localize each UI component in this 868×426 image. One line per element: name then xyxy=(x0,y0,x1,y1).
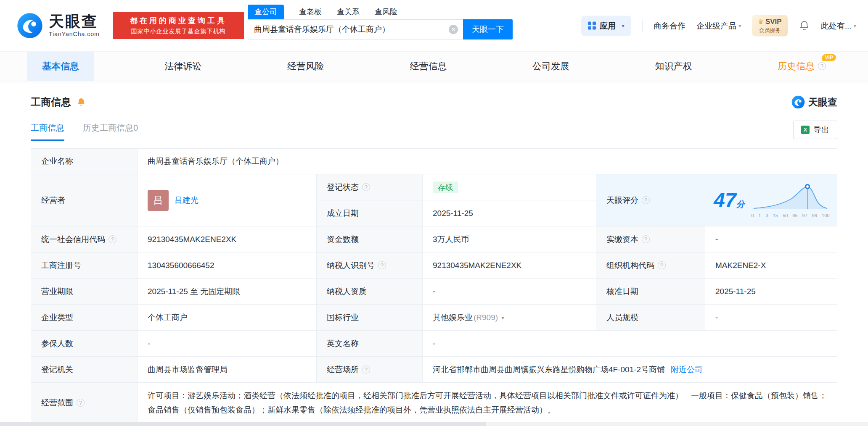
tianyancha-logo-icon xyxy=(17,13,43,39)
tab-operating-info[interactable]: 经营信息 xyxy=(395,52,462,81)
help-icon[interactable]: ? xyxy=(818,62,826,70)
user-more-menu[interactable]: 此处有... ▾ xyxy=(821,20,856,31)
search-tab-boss[interactable]: 查老板 xyxy=(299,7,322,19)
premises-value: 河北省邯郸市曲周县曲周镇振兴东路星悦购物广场4F-001-2号商铺 附近公司 xyxy=(423,357,837,382)
header-right-nav: 应用 ▾ 商务合作 企业级产品 ▾ ♛ SVIP 会员服务 此处有... ▾ xyxy=(581,15,856,37)
score-unit: 分 xyxy=(736,200,744,209)
table-row: 企业类型 个体工商户 国标行业 其他娱乐业(R909) ▾ 人员规模 - xyxy=(31,305,837,331)
search-tab-relation[interactable]: 查关系 xyxy=(337,7,360,19)
help-icon[interactable]: ? xyxy=(77,399,85,407)
help-icon[interactable]: ? xyxy=(642,235,650,243)
svip-member-badge[interactable]: ♛ SVIP 会员服务 xyxy=(752,15,787,37)
english-name-label: 英文名称 xyxy=(317,331,423,356)
business-cooperation-link[interactable]: 商务合作 xyxy=(654,20,685,31)
table-row: 参保人数 - 英文名称 - xyxy=(31,331,837,357)
registration-status-label: 登记状态? xyxy=(317,174,423,200)
section-title: 工商信息 xyxy=(31,95,71,109)
score-chart: 0131550859799100 xyxy=(751,183,829,218)
subtab-business-info[interactable]: 工商信息 xyxy=(31,122,64,141)
taxpayer-id-value: 92130435MAK2ENE2XK xyxy=(423,252,596,278)
brand-name: 天眼查 xyxy=(49,14,100,29)
table-row: 登记机关 曲周县市场监督管理局 经营场所? 河北省邯郸市曲周县曲周镇振兴东路星悦… xyxy=(31,357,837,383)
search-area: 查公司 查老板 查关系 查风险 ✕ 天眼一下 xyxy=(248,6,513,39)
capital-value: 3万人民币 xyxy=(423,226,596,252)
excel-icon: X xyxy=(801,126,810,134)
subtab-history-business-info[interactable]: 历史工商信息0 xyxy=(83,122,138,141)
tab-basic-info[interactable]: 基本信息 xyxy=(27,52,94,81)
table-row: 统一社会信用代码? 92130435MAK2ENE2XK 资金数额 3万人民币 … xyxy=(31,226,837,252)
english-name-value: - xyxy=(423,331,837,356)
tianyancha-logo[interactable]: 天眼查 TianYanCha.com xyxy=(17,13,100,39)
establish-date-label: 成立日期 xyxy=(317,200,423,226)
staff-size-value: - xyxy=(705,305,837,330)
export-button[interactable]: X 导出 xyxy=(793,121,837,139)
industry-label: 国标行业 xyxy=(317,305,423,330)
apps-grid-icon xyxy=(588,22,596,30)
taxpayer-id-label: 纳税人识别号? xyxy=(317,252,423,278)
company-type-value: 个体工商户 xyxy=(138,305,317,330)
apps-label: 应用 xyxy=(600,20,616,31)
crown-icon: ♛ xyxy=(758,18,763,26)
reg-number-label: 工商注册号 xyxy=(31,252,138,278)
company-section-tabs: 基本信息 法律诉讼 经营风险 经营信息 公司发展 知识产权 VIP 历史信息 ? xyxy=(0,51,868,81)
scrollbar-thumb[interactable] xyxy=(0,422,486,426)
search-button[interactable]: 天眼一下 xyxy=(463,19,513,39)
help-icon[interactable]: ? xyxy=(362,366,370,373)
notification-bell-icon[interactable] xyxy=(799,20,810,32)
company-type-label: 企业类型 xyxy=(31,305,138,330)
table-row: 经营范围? 许可项目：游艺娱乐活动；酒类经营（依法须经批准的项目，经相关部门批准… xyxy=(31,383,837,423)
table-row: 经营者 吕 吕建光 登记状态? 存续 成立日期 2025-11-25 天眼评分? xyxy=(31,174,837,226)
paid-capital-value: - xyxy=(705,226,837,252)
tianyancha-watermark-icon xyxy=(791,95,805,109)
help-icon[interactable]: ? xyxy=(378,261,386,269)
capital-label: 资金数额 xyxy=(317,226,423,252)
svip-sublabel: 会员服务 xyxy=(758,26,781,34)
approval-date-label: 核准日期 xyxy=(596,279,705,304)
help-icon[interactable]: ? xyxy=(658,261,666,269)
search-tab-risk[interactable]: 查风险 xyxy=(375,7,397,19)
business-scope-label: 经营范围? xyxy=(31,383,138,423)
search-tab-company[interactable]: 查公司 xyxy=(248,5,284,19)
status-date-column: 登记状态? 存续 成立日期 2025-11-25 xyxy=(317,174,596,226)
tab-history-info[interactable]: VIP 历史信息 ? xyxy=(762,52,841,81)
business-scope-value: 许可项目：游艺娱乐活动；酒类经营（依法须经批准的项目，经相关部门批准后方可开展经… xyxy=(138,383,837,423)
help-icon[interactable]: ? xyxy=(108,235,116,243)
chevron-down-icon: ▾ xyxy=(853,23,856,29)
subtab-row: 工商信息 历史工商信息0 X 导出 xyxy=(31,121,837,141)
vip-badge: VIP xyxy=(822,54,836,61)
clear-search-icon[interactable]: ✕ xyxy=(449,25,458,34)
industry-value: 其他娱乐业(R909) ▾ xyxy=(423,305,596,330)
term-label: 营业期限 xyxy=(31,279,138,304)
operator-label: 经营者 xyxy=(31,174,138,226)
search-input[interactable] xyxy=(248,20,463,39)
help-icon[interactable]: ? xyxy=(642,196,650,204)
business-info-table: 企业名称 曲周县童话音乐娱乐厅（个体工商户） 经营者 吕 吕建光 登记状态? 存… xyxy=(31,148,837,423)
operator-avatar[interactable]: 吕 xyxy=(148,190,169,211)
registry-label: 登记机关 xyxy=(31,357,138,382)
tab-operating-risk[interactable]: 经营风险 xyxy=(272,52,339,81)
nearby-companies-link[interactable]: 附近公司 xyxy=(671,364,703,375)
establish-date-value: 2025-11-25 xyxy=(423,200,596,226)
promo-line1: 都在用的商业查询工具 xyxy=(113,16,244,26)
search-box: ✕ xyxy=(248,19,463,39)
tab-legal-litigation[interactable]: 法律诉讼 xyxy=(150,52,217,81)
horizontal-scrollbar[interactable] xyxy=(0,422,868,426)
enterprise-products-link[interactable]: 企业级产品 ▾ xyxy=(696,20,741,31)
score-value: 47 xyxy=(714,189,736,211)
apps-button[interactable]: 应用 ▾ xyxy=(581,16,631,36)
chevron-down-icon: ▾ xyxy=(738,23,741,29)
chevron-down-icon[interactable]: ▾ xyxy=(501,314,504,321)
subscribe-bell-icon[interactable] xyxy=(76,97,86,107)
staff-size-label: 人员规模 xyxy=(596,305,705,330)
svip-label: SVIP xyxy=(765,18,782,26)
company-name-label: 企业名称 xyxy=(31,149,138,174)
tab-company-development[interactable]: 公司发展 xyxy=(517,52,585,81)
taxpayer-qualification-label: 纳税人资质 xyxy=(317,279,423,304)
operator-name-link[interactable]: 吕建光 xyxy=(175,195,198,206)
tab-intellectual-property[interactable]: 知识产权 xyxy=(640,52,707,81)
search-tabs: 查公司 查老板 查关系 查风险 xyxy=(248,6,513,19)
help-icon[interactable]: ? xyxy=(362,183,370,191)
chevron-down-icon: ▾ xyxy=(622,23,625,29)
table-row: 工商注册号 130435600666452 纳税人识别号? 92130435MA… xyxy=(31,252,837,279)
credit-code-label: 统一社会信用代码? xyxy=(31,226,138,252)
